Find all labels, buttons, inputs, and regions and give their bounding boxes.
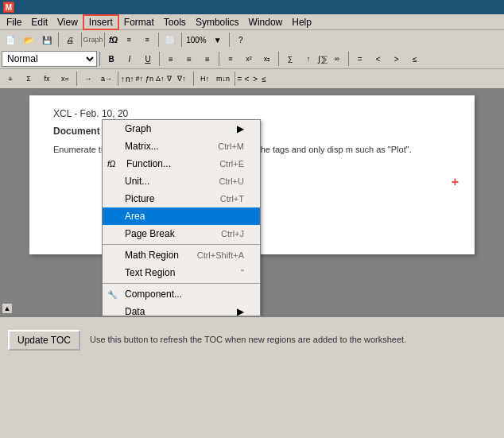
sep-2 xyxy=(81,33,82,47)
hash-label: #↑ xyxy=(136,75,144,83)
menu-insert[interactable]: Insert xyxy=(83,14,119,30)
menu-format[interactable]: Format xyxy=(119,14,159,30)
menu-graph[interactable]: Graph ▶ xyxy=(103,120,260,138)
menu-mathregion[interactable]: Math Region Ctrl+Shift+A xyxy=(103,246,260,264)
math-btn1[interactable]: + xyxy=(2,70,19,87)
menu-matrix[interactable]: Matrix... Ctrl+M xyxy=(103,138,260,155)
open-btn[interactable]: 📂 xyxy=(20,31,37,48)
sep-12 xyxy=(76,72,77,86)
menu-unit[interactable]: Unit... Ctrl+U xyxy=(103,172,260,190)
inf-btn[interactable]: ∞ xyxy=(328,50,346,68)
matrix-shortcut: Ctrl+M xyxy=(218,141,244,151)
align-btn[interactable]: ≡ xyxy=(138,31,156,48)
arrow-label: ↑ xyxy=(121,75,125,83)
pagebreak-shortcut: Ctrl+J xyxy=(221,229,244,238)
hm-btn[interactable]: H↑ xyxy=(196,70,214,87)
menu-picture[interactable]: Picture Ctrl+T xyxy=(103,190,260,207)
unit-label: Unit... xyxy=(125,176,149,187)
mathregion-shortcut: Ctrl+Shift+A xyxy=(197,250,244,260)
format-btn[interactable]: ≡ xyxy=(120,31,138,48)
lt2-label: < xyxy=(244,75,249,83)
label1: ∫ xyxy=(318,55,320,64)
menu-bar: File Edit View Insert Format Tools Symbo… xyxy=(0,14,504,30)
nabla-btn[interactable]: ∇↑ xyxy=(173,70,191,87)
delta-label: Δ↑ xyxy=(156,75,165,83)
menu-pagebreak[interactable]: Page Break Ctrl+J xyxy=(103,225,260,242)
more-btn2[interactable]: ↑ xyxy=(300,50,317,68)
more-btn[interactable]: ∑ xyxy=(281,50,299,68)
menu-data[interactable]: Data ▶ xyxy=(103,303,260,316)
toolbar-row-1: 📄 📂 💾 🖨 Graph fΩ ≡ ≡ ⬜ 100% ▼ ? xyxy=(0,30,504,49)
eq-btn[interactable]: = xyxy=(351,50,369,68)
function-label: Function... xyxy=(125,158,171,169)
sep-9 xyxy=(219,52,219,66)
menu-function[interactable]: fΩ Function... Ctrl+E xyxy=(103,155,260,172)
menu-help[interactable]: Help xyxy=(287,14,316,30)
sym-btn[interactable]: a→ xyxy=(98,70,115,87)
le-btn[interactable]: ≤ xyxy=(406,50,424,68)
print-btn[interactable]: 🖨 xyxy=(61,31,79,48)
graph-arrow: ▶ xyxy=(237,123,244,134)
doc-header: XCL - Feb. 10, 20 xyxy=(53,108,451,119)
math-btn2[interactable]: Σ xyxy=(20,70,37,87)
insert-dropdown[interactable]: Graph ▶ Matrix... Ctrl+M fΩ Function... … xyxy=(102,119,261,316)
save-btn[interactable]: 💾 xyxy=(38,31,56,48)
pagebreak-label: Page Break xyxy=(125,228,175,239)
update-toc-button[interactable]: Update TOC xyxy=(8,330,80,351)
menu-textregion[interactable]: Text Region " xyxy=(103,264,260,281)
math-btn3[interactable]: fx xyxy=(38,70,56,87)
picture-shortcut: Ctrl+T xyxy=(220,194,244,203)
menu-window[interactable]: Window xyxy=(244,14,288,30)
sep-menu-1 xyxy=(103,244,260,245)
eq2-label: = xyxy=(238,75,242,83)
mathregion-label: Math Region xyxy=(125,250,179,261)
zoom-label: 100% xyxy=(186,36,207,45)
menu-file[interactable]: File xyxy=(2,14,26,30)
sep-5 xyxy=(181,33,182,47)
left-scroll-arrow[interactable]: ▲ xyxy=(2,303,13,314)
menu-area[interactable]: Area xyxy=(103,207,260,225)
component-label: Component... xyxy=(125,289,182,300)
underline-btn[interactable]: U xyxy=(139,50,157,68)
gt-btn[interactable]: > xyxy=(388,50,405,68)
sep-6 xyxy=(229,33,230,47)
plus-icon: + xyxy=(452,175,459,189)
nabla-label: ∇ xyxy=(167,75,172,83)
sep-15 xyxy=(235,72,235,86)
menu-edit[interactable]: Edit xyxy=(26,14,52,30)
new-btn[interactable]: 📄 xyxy=(2,31,19,48)
num-btn[interactable]: x² xyxy=(240,50,258,68)
menu-symbolics[interactable]: Symbolics xyxy=(191,14,244,30)
mn-btn[interactable]: m↓n xyxy=(215,70,232,87)
graph-label: Graph xyxy=(125,123,151,134)
help-btn[interactable]: ? xyxy=(232,31,250,48)
align-center-btn[interactable]: ≡ xyxy=(180,50,198,68)
sep-3 xyxy=(104,33,105,47)
icon-btn1[interactable]: ⬜ xyxy=(161,31,179,48)
toolbar-row-2: Normal B I U ≡ ≡ ≡ ≡ x² x₂ ∑ ↑ ∫ ⅀ ∞ = <… xyxy=(0,49,504,68)
bottom-panel: Update TOC Use this button to refresh th… xyxy=(0,316,504,363)
textregion-label: Text Region xyxy=(125,267,175,278)
main-area: XCL - Feb. 10, 20 Document table Enumera… xyxy=(0,89,504,316)
menu-component[interactable]: 🔧 Component... xyxy=(103,285,260,303)
list-btn[interactable]: ≡ xyxy=(222,50,239,68)
fn-label: ƒn xyxy=(145,75,153,83)
sep-10 xyxy=(278,52,279,66)
italic-btn[interactable]: I xyxy=(121,50,138,68)
sep-11 xyxy=(348,52,349,66)
sub-btn[interactable]: x₂ xyxy=(258,50,276,68)
sep-4 xyxy=(158,33,159,47)
graph-btn[interactable]: Graph xyxy=(84,31,102,48)
math-btn4[interactable]: x= xyxy=(56,70,74,87)
align-left-btn[interactable]: ≡ xyxy=(162,50,180,68)
bold-btn[interactable]: B xyxy=(103,50,120,68)
eval-btn[interactable]: → xyxy=(79,70,97,87)
font-label: fΩ xyxy=(109,36,118,45)
align-right-btn[interactable]: ≡ xyxy=(199,50,216,68)
menu-view[interactable]: View xyxy=(52,14,83,30)
menu-tools[interactable]: Tools xyxy=(159,14,191,30)
zoom-drop[interactable]: ▼ xyxy=(209,31,227,48)
lt-btn[interactable]: < xyxy=(370,50,387,68)
data-label: Data xyxy=(125,306,145,316)
style-select[interactable]: Normal xyxy=(2,51,97,67)
